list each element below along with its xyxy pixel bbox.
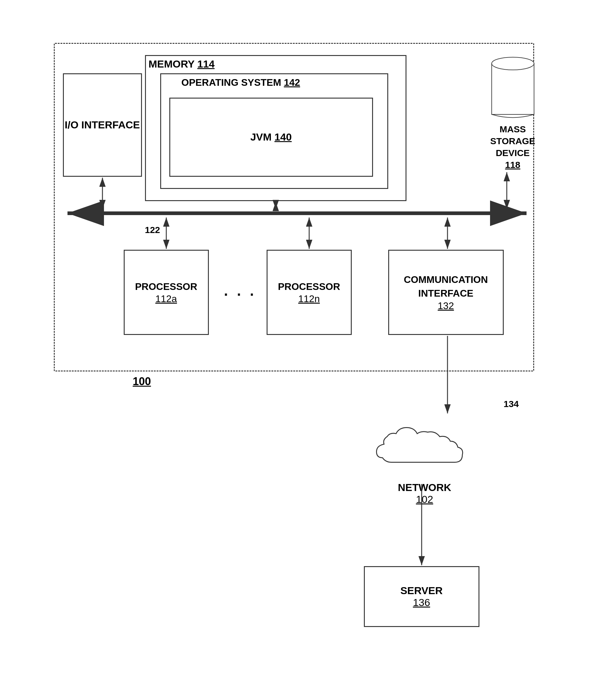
network-connection-label: 134 [504,399,519,409]
diagram-container: 100 I/O INTERFACE MEMORY 114 OPERATING S… [19,15,597,685]
server-ref: 136 [413,597,430,609]
processor-a-box: PROCESSOR 112a [124,250,209,335]
io-interface-box: I/O INTERFACE [63,73,142,177]
cylinder-icon [479,55,546,121]
os-ref: 142 [284,77,300,88]
diagram: 100 I/O INTERFACE MEMORY 114 OPERATING S… [42,31,574,670]
processor-a-label: PROCESSOR [135,280,197,293]
server-box: SERVER 136 [364,566,479,627]
system-label: 100 [133,375,151,388]
jvm-ref: 140 [274,131,292,143]
system-ref: 100 [133,375,151,388]
server-label: SERVER [400,585,443,597]
svg-rect-0 [491,63,534,114]
memory-label: MEMORY 114 [149,58,215,70]
io-interface-label: I/O INTERFACE [65,118,140,132]
bus-label: 122 [145,225,160,235]
memory-ref: 114 [197,58,215,70]
mass-storage-device: MASS STORAGE DEVICE 118 [476,55,549,171]
svg-point-1 [491,57,534,70]
ellipsis: · · · [224,286,257,303]
network-cloud: NETWORK 102 [364,414,486,505]
processor-n-box: PROCESSOR 112n [267,250,352,335]
comm-ref: 132 [438,300,454,312]
os-label: OPERATING SYSTEM 142 [181,77,300,88]
jvm-box: JVM 140 [169,98,373,177]
comm-label-1: COMMUNICATION [404,273,488,287]
processor-a-ref: 112a [155,293,177,304]
network-label: NETWORK [398,482,451,493]
processor-n-label: PROCESSOR [278,280,340,293]
cloud-icon [367,414,483,480]
comm-label-2: INTERFACE [418,287,473,300]
processor-n-ref: 112n [298,293,320,304]
mass-storage-ref: 118 [490,159,535,171]
network-ref: 102 [416,493,433,505]
mass-storage-label: MASS STORAGE DEVICE 118 [490,123,535,171]
comm-interface-box: COMMUNICATION INTERFACE 132 [388,250,504,335]
